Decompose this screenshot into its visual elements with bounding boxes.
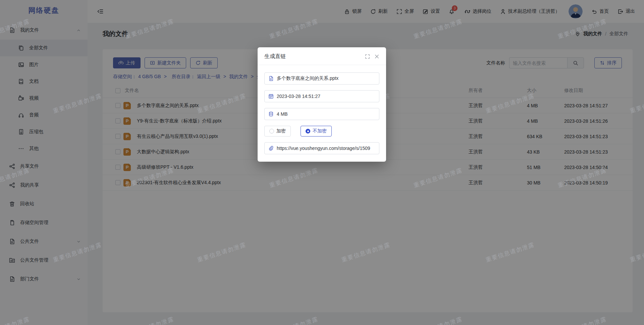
direct-link-field bbox=[264, 142, 379, 154]
encrypt-label: 加密 bbox=[276, 128, 286, 134]
database-icon bbox=[268, 111, 274, 117]
generate-link-dialog: 生成直链 加密 bbox=[258, 47, 386, 162]
modified-date-input[interactable] bbox=[277, 94, 375, 99]
dialog-body: 加密 不加密 bbox=[258, 65, 386, 162]
dialog-title: 生成直链 bbox=[264, 53, 286, 60]
file-name-field bbox=[264, 72, 379, 85]
encrypt-option-group: 加密 不加密 bbox=[264, 126, 379, 137]
file-size-input[interactable] bbox=[277, 111, 375, 117]
close-icon[interactable] bbox=[374, 54, 379, 59]
direct-link-input[interactable] bbox=[277, 146, 375, 151]
encrypt-radio[interactable]: 加密 bbox=[264, 126, 291, 137]
radio-icon bbox=[269, 129, 274, 133]
radio-selected-icon bbox=[306, 129, 310, 133]
app: 网络硬盘 我的文件 全部文件 图片 文档 视频 bbox=[0, 0, 644, 325]
no-encrypt-radio[interactable]: 不加密 bbox=[301, 126, 332, 137]
file-name-input[interactable] bbox=[277, 76, 375, 81]
link-icon bbox=[268, 146, 274, 151]
no-encrypt-label: 不加密 bbox=[313, 128, 327, 134]
dialog-header: 生成直链 bbox=[258, 47, 386, 65]
file-icon bbox=[268, 76, 274, 81]
file-size-field bbox=[264, 108, 379, 120]
dialog-actions bbox=[365, 54, 379, 59]
calendar-icon bbox=[268, 94, 274, 99]
expand-icon[interactable] bbox=[365, 54, 370, 59]
modified-date-field bbox=[264, 90, 379, 102]
